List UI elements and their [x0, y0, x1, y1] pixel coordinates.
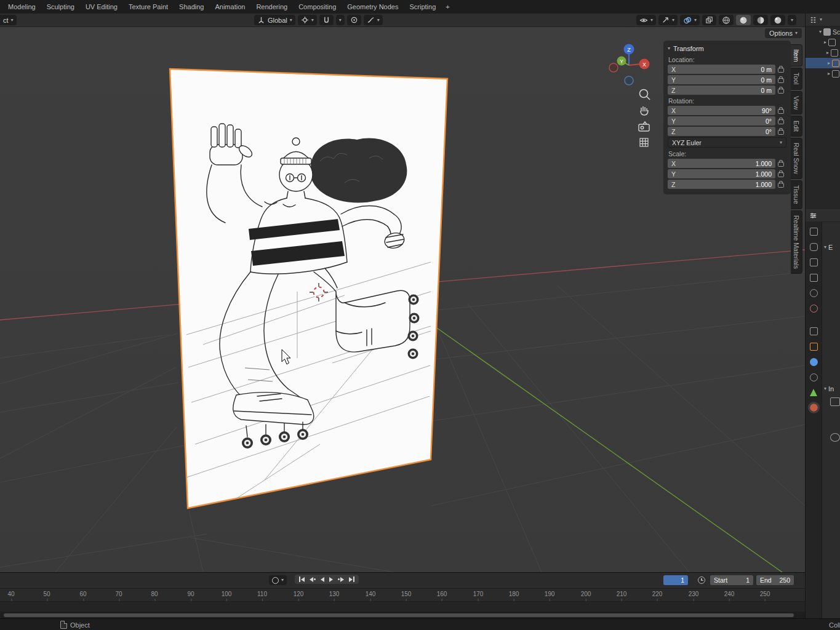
constraints-tab-icon[interactable] — [810, 373, 818, 381]
proportional-editing-toggle[interactable] — [347, 15, 361, 25]
transform-panel-header[interactable]: ▾ Transform — [668, 44, 786, 54]
lock-icon[interactable] — [775, 171, 786, 177]
rotation-z-field[interactable]: Z0° — [668, 127, 775, 136]
scrollbar-thumb[interactable] — [4, 613, 794, 617]
workspace-tab-shading[interactable]: Shading — [174, 1, 209, 12]
sidebar-tab-view[interactable]: View — [791, 91, 802, 115]
outliner-row-scene-collection[interactable]: ▾ Scen — [806, 26, 840, 37]
workspace-tab-compositing[interactable]: Compositing — [293, 1, 342, 12]
pivot-point-dropdown[interactable]: ▾ — [298, 15, 317, 25]
object-data-tab-icon[interactable] — [810, 389, 817, 396]
scene-tab-icon[interactable] — [810, 289, 818, 297]
transform-orientation-dropdown[interactable]: Global ▾ — [254, 15, 295, 25]
location-z-field[interactable]: Z0 m — [668, 86, 775, 95]
lock-icon[interactable] — [775, 77, 786, 83]
timeline-ruler[interactable]: 40 50 60 70 80 90 100 110 120 130 140 15… — [0, 589, 805, 602]
frame-end-field[interactable]: End 250 — [756, 575, 794, 585]
zoom-button[interactable] — [640, 90, 650, 100]
mode-dropdown[interactable]: ct ▾ — [0, 15, 17, 25]
properties-section-header[interactable]: ▾ In — [824, 385, 834, 393]
add-workspace-button[interactable]: + — [441, 3, 454, 10]
image-icon[interactable] — [830, 397, 840, 406]
camera-view-button[interactable] — [639, 122, 649, 131]
play-reverse-button[interactable] — [321, 577, 324, 582]
workspace-tab-rendering[interactable]: Rendering — [250, 1, 293, 12]
gizmo-axis-x-neg[interactable] — [609, 63, 618, 72]
snap-toggle[interactable] — [319, 15, 334, 25]
outliner-row[interactable]: ▸ — [806, 47, 840, 58]
lock-icon[interactable] — [775, 66, 786, 73]
output-tab-icon[interactable] — [810, 258, 818, 266]
scale-z-field[interactable]: Z1.000 — [668, 180, 775, 189]
rotation-y-field[interactable]: Y0° — [668, 116, 775, 126]
shading-solid-button[interactable] — [736, 15, 751, 25]
overlays-dropdown[interactable]: ▾ — [680, 15, 700, 25]
status-mode-label: Object — [70, 621, 90, 629]
workspace-tab-animation[interactable]: Animation — [209, 1, 250, 12]
lock-icon[interactable] — [775, 181, 786, 188]
shading-rendered-button[interactable] — [770, 15, 785, 25]
collection-tab-icon[interactable] — [810, 327, 818, 335]
rotation-mode-dropdown[interactable]: XYZ Euler ▾ — [668, 137, 786, 148]
sidebar-tab-realtime-materials[interactable]: Realtime Materials — [791, 210, 802, 274]
workspace-tab-uv-editing[interactable]: UV Editing — [80, 1, 123, 12]
scale-y-field[interactable]: Y1.000 — [668, 169, 775, 178]
sidebar-tab-item[interactable]: Item — [791, 44, 802, 66]
physics-tab-icon[interactable] — [810, 358, 818, 366]
current-frame-field[interactable]: 1 — [663, 575, 688, 585]
outliner-row[interactable]: ▸ — [806, 68, 840, 79]
shading-material-button[interactable] — [753, 15, 768, 25]
shading-dropdown[interactable]: ▾ — [788, 15, 796, 25]
jump-prev-keyframe-button[interactable] — [310, 577, 316, 582]
scale-x-field[interactable]: X1.000 — [668, 159, 775, 168]
outliner-row[interactable]: ▸ — [806, 37, 840, 47]
pan-hand-button[interactable] — [641, 106, 648, 115]
frame-start-field[interactable]: Start 1 — [710, 575, 753, 585]
shading-wireframe-button[interactable] — [719, 15, 734, 25]
lock-icon[interactable] — [775, 108, 786, 114]
play-button[interactable] — [329, 577, 333, 582]
jump-to-start-button[interactable] — [299, 576, 305, 582]
options-dropdown[interactable]: Options ▾ — [765, 28, 802, 38]
material-tab-icon[interactable] — [810, 404, 818, 412]
sidebar-tab-real-snow[interactable]: Real Snow — [791, 138, 802, 179]
sidebar-tab-tool[interactable]: Tool — [791, 68, 802, 89]
world-tab-icon[interactable] — [810, 305, 818, 313]
sidebar-tab-tissue[interactable]: Tissue — [791, 180, 802, 209]
workspace-tab-geometry-nodes[interactable]: Geometry Nodes — [342, 1, 404, 12]
outliner-row-selected[interactable]: ▸ — [806, 58, 840, 68]
node-icon[interactable] — [830, 433, 840, 442]
timeline-tracks[interactable] — [0, 602, 805, 612]
navigation-gizmo[interactable]: Z X Y — [609, 44, 650, 86]
rotation-x-field[interactable]: X90° — [668, 106, 775, 115]
workspace-tab-sculpting[interactable]: Sculpting — [41, 1, 80, 12]
snapping-dropdown[interactable]: ▾ — [336, 15, 345, 25]
lock-icon[interactable] — [775, 118, 786, 124]
tool-tab-icon[interactable] — [810, 228, 818, 236]
view-layer-tab-icon[interactable] — [810, 274, 818, 282]
image-plane-object[interactable] — [170, 69, 447, 508]
workspace-tab-scripting[interactable]: Scripting — [404, 1, 441, 12]
lock-icon[interactable] — [775, 129, 786, 135]
lock-icon[interactable] — [775, 87, 786, 94]
gizmo-axis-z-neg[interactable] — [625, 76, 633, 85]
workspace-tab-texture-paint[interactable]: Texture Paint — [123, 1, 174, 12]
properties-editor-icon[interactable] — [809, 212, 817, 220]
location-x-field[interactable]: X0 m — [668, 65, 775, 74]
gizmos-dropdown[interactable]: ▾ — [658, 15, 678, 25]
orthographic-toggle-button[interactable] — [640, 138, 648, 146]
lock-icon[interactable] — [775, 161, 786, 167]
object-visibility-dropdown[interactable]: ▾ — [636, 15, 656, 25]
sidebar-tab-edit[interactable]: Edit — [791, 116, 802, 137]
proportional-falloff-dropdown[interactable]: ▾ — [364, 15, 383, 25]
jump-to-end-button[interactable] — [349, 576, 354, 582]
jump-next-keyframe-button[interactable] — [338, 577, 344, 582]
render-tab-icon[interactable] — [810, 243, 818, 251]
properties-section-header[interactable]: ▾ E — [824, 244, 833, 251]
outliner-editor-icon[interactable] — [809, 16, 817, 24]
object-tab-icon[interactable] — [810, 343, 818, 351]
workspace-tab-modeling[interactable]: Modeling — [2, 1, 41, 12]
location-y-field[interactable]: Y0 m — [668, 75, 775, 84]
xray-toggle[interactable] — [702, 15, 716, 25]
auto-keying-toggle[interactable]: ▾ — [269, 575, 287, 585]
